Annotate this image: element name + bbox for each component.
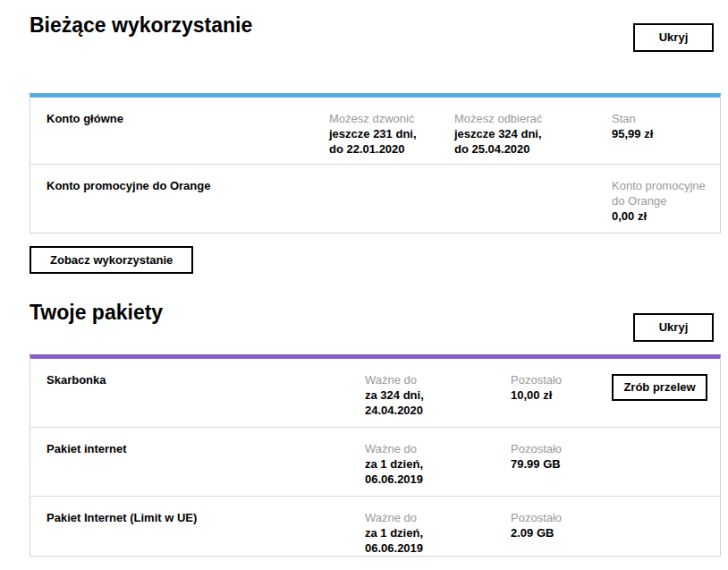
package-name: Pakiet Internet (Limit w UE) bbox=[30, 510, 365, 556]
can-call-days: jeszcze 231 dni, bbox=[329, 126, 442, 141]
remaining-value: 10,00 zł bbox=[511, 387, 599, 403]
remaining-label: Pozostało bbox=[511, 510, 599, 525]
remaining-cell: Pozostało 2.09 GB bbox=[511, 510, 612, 556]
table-row-pakiet-internet: Pakiet internet Ważne do za 1 dzień, 06.… bbox=[30, 428, 720, 497]
can-receive-days: jeszcze 324 dni, bbox=[454, 126, 599, 141]
balance-value: 95,99 zł bbox=[612, 126, 707, 141]
promo-balance-label: Konto promocyjne do Orange bbox=[612, 178, 707, 208]
account-usage-page: Bieżące wykorzystanie Ukryj Konto główne… bbox=[0, 0, 721, 557]
empty-cell bbox=[612, 510, 720, 556]
remaining-value: 2.09 GB bbox=[511, 525, 599, 540]
remaining-label: Pozostało bbox=[511, 441, 599, 456]
account-name: Konto główne bbox=[30, 111, 329, 164]
hide-packages-button[interactable]: Ukryj bbox=[633, 313, 714, 342]
make-transfer-button[interactable]: Zrób przelew bbox=[612, 374, 707, 401]
packages-table: Skarbonka Ważne do za 324 dni, 24.04.202… bbox=[30, 354, 721, 557]
current-usage-section-header: Bieżące wykorzystanie Ukryj bbox=[30, 0, 714, 52]
see-usage-button[interactable]: Zobacz wykorzystanie bbox=[30, 246, 193, 274]
empty-cell bbox=[454, 178, 612, 233]
valid-until-date: 06.06.2019 bbox=[365, 472, 498, 487]
current-usage-title: Bieżące wykorzystanie bbox=[30, 11, 252, 40]
valid-until-days: za 1 dzień, bbox=[365, 456, 498, 472]
remaining-cell: Pozostało 10,00 zł bbox=[511, 372, 612, 427]
current-usage-table: Konto główne Możesz dzwonić jeszcze 231 … bbox=[30, 93, 721, 234]
remaining-value: 79.99 GB bbox=[511, 456, 599, 472]
valid-until-date: 24.04.2020 bbox=[365, 403, 498, 418]
valid-until-cell: Ważne do za 324 dni, 24.04.2020 bbox=[365, 372, 511, 427]
table-row-skarbonka: Skarbonka Ważne do za 324 dni, 24.04.202… bbox=[30, 359, 720, 428]
packages-section-header: Twoje pakiety Ukryj bbox=[30, 298, 714, 342]
valid-until-cell: Ważne do za 1 dzień, 06.06.2019 bbox=[365, 510, 511, 556]
can-call-date: do 22.01.2020 bbox=[329, 141, 442, 157]
empty-cell bbox=[329, 178, 454, 233]
empty-cell bbox=[612, 441, 720, 496]
account-name: Konto promocyjne do Orange bbox=[30, 178, 329, 233]
table-row-pakiet-internet-ue: Pakiet Internet (Limit w UE) Ważne do za… bbox=[30, 497, 720, 556]
valid-until-days: za 324 dni, bbox=[365, 387, 498, 403]
can-call-label: Możesz dzwonić bbox=[329, 111, 442, 126]
valid-until-cell: Ważne do za 1 dzień, 06.06.2019 bbox=[365, 441, 511, 496]
valid-until-label: Ważne do bbox=[365, 372, 498, 387]
remaining-label: Pozostało bbox=[511, 372, 599, 387]
action-cell: Zrób przelew bbox=[612, 372, 722, 427]
package-name: Pakiet internet bbox=[30, 441, 365, 496]
valid-until-label: Ważne do bbox=[365, 441, 498, 456]
valid-until-days: za 1 dzień, bbox=[365, 525, 498, 540]
promo-balance-value: 0,00 zł bbox=[612, 208, 707, 224]
table-row-konto-glowne: Konto główne Możesz dzwonić jeszcze 231 … bbox=[30, 98, 720, 165]
promo-balance-cell: Konto promocyjne do Orange 0,00 zł bbox=[612, 178, 720, 233]
packages-title: Twoje pakiety bbox=[30, 298, 163, 328]
can-receive-label: Możesz odbierać bbox=[454, 111, 599, 126]
can-receive-date: do 25.04.2020 bbox=[454, 141, 599, 157]
balance-label: Stan bbox=[612, 111, 707, 126]
can-receive-cell: Możesz odbierać jeszcze 324 dni, do 25.0… bbox=[454, 111, 612, 164]
package-name: Skarbonka bbox=[30, 372, 365, 427]
valid-until-date: 06.06.2019 bbox=[365, 540, 498, 556]
table-row-konto-promocyjne: Konto promocyjne do Orange Konto promocy… bbox=[30, 165, 720, 233]
can-call-cell: Możesz dzwonić jeszcze 231 dni, do 22.01… bbox=[329, 111, 454, 164]
hide-current-usage-button[interactable]: Ukryj bbox=[633, 23, 714, 52]
balance-cell: Stan 95,99 zł bbox=[612, 111, 720, 164]
valid-until-label: Ważne do bbox=[365, 510, 498, 525]
remaining-cell: Pozostało 79.99 GB bbox=[511, 441, 612, 496]
